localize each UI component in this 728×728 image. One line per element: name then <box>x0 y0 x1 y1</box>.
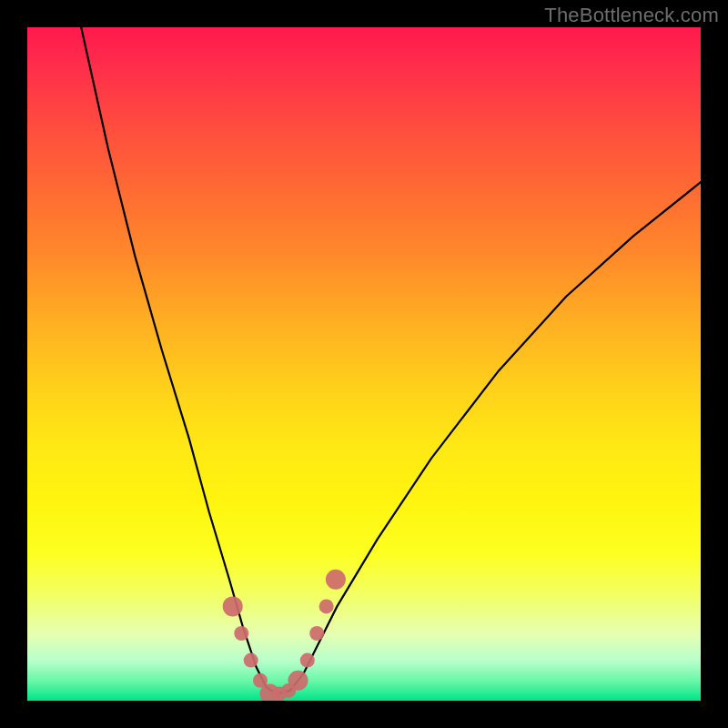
marker-point <box>272 687 287 701</box>
marker-point <box>259 684 279 701</box>
marker-point <box>234 626 248 641</box>
marker-point <box>223 596 243 616</box>
marker-point <box>288 671 308 691</box>
chart-plot-area <box>27 27 701 701</box>
chart-frame: TheBottleneck.com <box>0 0 728 728</box>
marker-point <box>326 570 346 590</box>
marker-point <box>319 599 334 613</box>
highlight-points <box>223 570 346 701</box>
bottleneck-curve <box>81 27 701 694</box>
watermark-text: TheBottleneck.com <box>544 4 719 27</box>
marker-point <box>253 673 268 688</box>
marker-point <box>281 683 296 698</box>
marker-point <box>300 653 315 668</box>
chart-svg <box>27 27 701 701</box>
marker-point <box>244 653 258 668</box>
marker-point <box>309 626 324 641</box>
